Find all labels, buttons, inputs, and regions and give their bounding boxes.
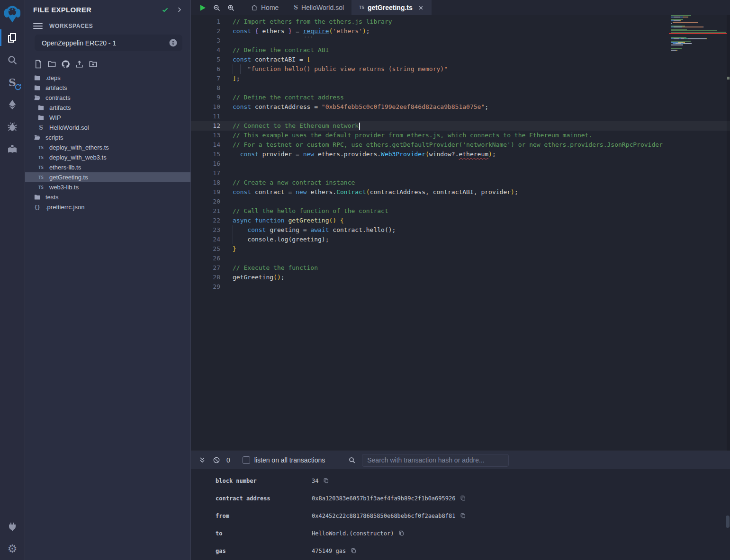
solidity-compiler-icon[interactable]: S — [0, 71, 25, 93]
minimap[interactable] — [669, 15, 727, 67]
collapse-panel-chevron-icon[interactable] — [174, 5, 184, 14]
remix-logo[interactable] — [0, 1, 25, 27]
code-line[interactable]: 6 "function hello() public view returns … — [191, 64, 730, 74]
file-tree-item[interactable]: artifacts — [25, 83, 190, 93]
code-line[interactable]: 5const contractABI = [ — [191, 55, 730, 64]
file-tree-item[interactable]: WIP — [25, 113, 190, 123]
code-line[interactable]: 16 — [191, 159, 730, 169]
code-line[interactable]: 19const contract = new ethers.Contract(c… — [191, 187, 730, 197]
file-tree-item[interactable]: scripts — [25, 133, 190, 142]
code-line[interactable]: 7]; — [191, 74, 730, 83]
tab-strip: HomeSHelloWorld.solTSgetGreeting.ts — [243, 0, 432, 15]
editor-scroll-marker[interactable] — [727, 77, 730, 80]
line-number: 27 — [191, 263, 220, 273]
minimap-segment — [688, 38, 706, 39]
minimap-segment — [671, 41, 691, 42]
copy-icon[interactable] — [460, 495, 466, 501]
code-token: getGreeting — [233, 274, 273, 281]
code-line[interactable]: 10const contractAddress = "0xb54febb5c0c… — [191, 102, 730, 112]
file-tree-item[interactable]: SHelloWorld.sol — [25, 123, 190, 133]
code-line[interactable]: 25} — [191, 244, 730, 254]
zoom-in-button[interactable] — [224, 0, 238, 15]
close-tab-icon[interactable] — [418, 5, 424, 11]
code-editor[interactable]: 1// Import ethers from the ethers.js lib… — [191, 15, 730, 451]
line-number: 3 — [191, 36, 220, 45]
code-token — [233, 151, 240, 158]
clear-console-icon[interactable] — [211, 456, 222, 464]
file-tree-item[interactable]: tests — [25, 192, 190, 202]
workspaces-menu-icon[interactable] — [33, 23, 43, 29]
search-icon[interactable] — [0, 49, 25, 71]
minimap-segment — [678, 42, 683, 43]
line-content: async function getGreeting() { — [233, 216, 344, 225]
load-folder-icon[interactable] — [88, 59, 98, 69]
settings-icon[interactable]: ⚙ — [0, 538, 25, 560]
copy-icon[interactable] — [351, 548, 357, 554]
upload-file-icon[interactable] — [74, 59, 84, 69]
code-line[interactable]: 8 — [191, 83, 730, 93]
tab-label: HelloWorld.sol — [301, 4, 344, 11]
code-token: "0xb54febb5c0c0f199e2eef846d82aca9b851a0… — [322, 103, 485, 110]
file-tree-item[interactable]: TSdeploy_with_web3.ts — [25, 152, 190, 162]
code-line[interactable]: 23 const greeting = await contract.hello… — [191, 225, 730, 235]
listen-all-transactions-checkbox[interactable] — [243, 456, 250, 464]
code-token: // Connect to the Ethereum network — [233, 122, 359, 129]
code-line[interactable]: 17 — [191, 169, 730, 178]
code-line[interactable]: 2const { ethers } = require('ethers'); — [191, 27, 730, 36]
minimap-segment — [684, 38, 688, 39]
file-tree-item[interactable]: .deps — [25, 73, 190, 83]
code-line[interactable]: 18// Create a new contract instance — [191, 178, 730, 187]
file-tree-item[interactable]: TSdeploy_with_ethers.ts — [25, 142, 190, 152]
run-button[interactable] — [195, 0, 209, 15]
copy-icon[interactable] — [460, 513, 466, 519]
github-icon[interactable] — [61, 59, 71, 69]
file-explorer-icon[interactable] — [0, 27, 25, 49]
code-line[interactable]: 22async function getGreeting() { — [191, 216, 730, 225]
code-line[interactable]: 29 — [191, 282, 730, 292]
code-line[interactable]: 28getGreeting(); — [191, 273, 730, 282]
code-line[interactable]: 1// Import ethers from the ethers.js lib… — [191, 17, 730, 27]
code-line[interactable]: 12// Connect to the Ethereum network — [191, 121, 730, 131]
code-token: ethers.providers. — [318, 151, 381, 158]
copy-icon[interactable] — [323, 478, 329, 484]
code-line[interactable]: 26 — [191, 254, 730, 263]
code-line[interactable]: 21// Call the hello function of the cont… — [191, 206, 730, 216]
tab-home[interactable]: Home — [243, 0, 286, 15]
file-explorer-header: FILE EXPLORER — [25, 0, 190, 16]
file-tree-item[interactable]: TSweb3-lib.ts — [25, 182, 190, 192]
code-token: new — [303, 151, 318, 158]
code-line[interactable]: 15 const provider = new ethers.providers… — [191, 150, 730, 159]
code-line[interactable]: 3 — [191, 36, 730, 45]
zoom-out-button[interactable] — [209, 0, 224, 15]
file-tree-item[interactable]: TSethers-lib.ts — [25, 162, 190, 172]
terminal-scrollbar[interactable] — [726, 516, 730, 528]
file-tree-item[interactable]: TSgetGreeting.ts — [25, 172, 190, 182]
new-folder-icon[interactable] — [47, 59, 57, 69]
deploy-run-icon[interactable] — [0, 93, 25, 116]
tab-helloworld-sol[interactable]: SHelloWorld.sol — [286, 0, 351, 15]
file-tree-item[interactable]: contracts — [25, 93, 190, 103]
code-line[interactable]: 11 — [191, 112, 730, 121]
plugin-manager-icon[interactable] — [0, 516, 25, 538]
file-tree-item[interactable]: {}.prettierrc.json — [25, 202, 190, 212]
workspace-select[interactable]: OpenZeppelin ERC20 - 1 — [35, 35, 182, 51]
minimap-segment — [674, 17, 678, 18]
debugger-icon[interactable] — [0, 116, 25, 138]
minimap-segment — [671, 32, 726, 33]
code-line[interactable]: 13// This example uses the default provi… — [191, 131, 730, 140]
file-name: contracts — [45, 94, 71, 101]
code-line[interactable]: 20 — [191, 197, 730, 206]
code-line[interactable]: 9// Define the contract address — [191, 93, 730, 102]
code-line[interactable]: 4// Define the contract ABI — [191, 45, 730, 55]
workspace-ok-check-icon[interactable] — [160, 5, 170, 14]
copy-icon[interactable] — [398, 530, 405, 536]
terminal-expand-icon[interactable] — [197, 456, 207, 464]
code-line[interactable]: 27// Execute the function — [191, 263, 730, 273]
transaction-search-input[interactable] — [362, 454, 509, 467]
learn-icon[interactable] — [0, 138, 25, 160]
new-file-icon[interactable] — [33, 59, 43, 69]
file-tree-item[interactable]: artifacts — [25, 103, 190, 113]
tab-getgreeting-ts[interactable]: TSgetGreeting.ts — [351, 0, 432, 15]
code-line[interactable]: 14// For a testnet or custom RPC, use et… — [191, 140, 730, 150]
code-line[interactable]: 24 console.log(greeting); — [191, 235, 730, 244]
